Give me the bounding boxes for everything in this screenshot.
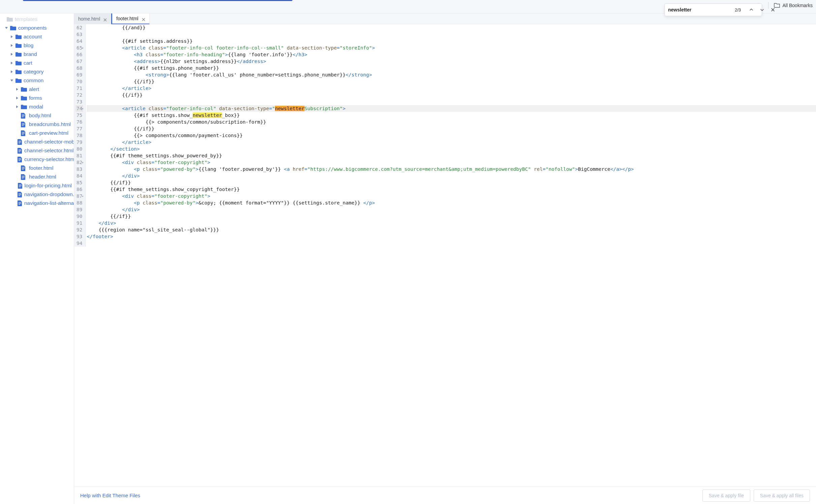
file-icon <box>18 200 22 206</box>
folder-icon <box>15 60 22 66</box>
code-line[interactable]: </div> <box>87 206 816 213</box>
code-line[interactable]: </article> <box>87 139 816 146</box>
find-next-button[interactable] <box>758 7 766 13</box>
tree-file[interactable]: channel-selector.html <box>0 146 74 155</box>
close-icon <box>771 7 775 12</box>
tree-file[interactable]: body.html <box>0 111 74 120</box>
find-close-button[interactable] <box>769 7 777 13</box>
tree-folder[interactable]: templates <box>0 15 74 24</box>
code-line[interactable]: {{/if}} <box>87 78 816 85</box>
tab-label: home.html <box>78 16 100 22</box>
svg-rect-21 <box>19 141 21 141</box>
svg-rect-40 <box>19 194 21 195</box>
code-line[interactable]: <article class="footer-info-col footer-i… <box>87 44 816 51</box>
code-line[interactable]: <address>{{nl2br settings.address}}</add… <box>87 58 816 65</box>
tree-item-label: account <box>24 34 42 40</box>
tree-folder[interactable]: account <box>0 32 74 41</box>
tree-folder[interactable]: modal <box>0 102 74 111</box>
tree-folder[interactable]: cart <box>0 59 74 67</box>
find-prev-button[interactable] <box>748 7 755 13</box>
help-link[interactable]: Help with Edit Theme Files <box>80 493 140 498</box>
svg-rect-22 <box>19 142 21 142</box>
code-line[interactable]: </article> <box>87 85 816 92</box>
code-line[interactable]: {{/if}} <box>87 125 816 132</box>
find-input[interactable] <box>668 7 731 12</box>
code-line[interactable] <box>87 240 816 247</box>
tree-folder[interactable]: blog <box>0 41 74 50</box>
all-bookmarks-button[interactable]: All Bookmarks <box>774 2 813 8</box>
tree-folder[interactable]: alert <box>0 85 74 94</box>
code-line[interactable]: </section> <box>87 146 816 152</box>
tree-file[interactable]: header.html <box>0 172 74 181</box>
code-line[interactable]: {{> components/common/payment-icons}} <box>87 132 816 139</box>
editor-tab[interactable]: home.html <box>74 13 111 24</box>
code-line[interactable]: {{#if settings.show_newsletter_box}} <box>87 112 816 119</box>
tree-item-label: currency-selector.html <box>24 156 74 162</box>
code-line[interactable]: {{#if theme_settings.show_copyright_foot… <box>87 186 816 193</box>
tree-file[interactable]: navigation-dropdown.html <box>0 190 74 199</box>
code-line[interactable]: {{#if theme_settings.show_powered_by}} <box>87 152 816 159</box>
code-line[interactable]: <div class="footer-copyright"> <box>87 193 816 199</box>
editor-tab[interactable]: footer.html <box>111 13 149 24</box>
code-line[interactable]: <div class="footer-copyright"> <box>87 159 816 166</box>
code-line[interactable]: {{#if settings.phone_number}} <box>87 65 816 71</box>
code-line[interactable]: {{/and}} <box>87 24 816 31</box>
tree-file[interactable]: channel-selector-mobile.html <box>0 137 74 146</box>
svg-rect-18 <box>22 132 25 132</box>
save-all-button[interactable]: Save & apply all files <box>754 490 810 502</box>
tree-folder[interactable]: components <box>0 24 74 32</box>
code-line[interactable]: {{> components/common/subscription-form}… <box>87 119 816 125</box>
tree-file[interactable]: footer.html <box>0 164 74 172</box>
svg-rect-16 <box>22 124 25 125</box>
code-line[interactable]: <strong>{{lang 'footer.call_us' phone_nu… <box>87 71 816 78</box>
close-icon <box>103 18 107 22</box>
code-line[interactable]: {{#if settings.address}} <box>87 38 816 44</box>
tree-item-label: navigation-list-alternate.html <box>24 200 74 206</box>
code-line[interactable]: {{/if}} <box>87 92 816 98</box>
tree-folder[interactable]: common <box>0 76 74 85</box>
tree-item-label: blog <box>24 42 33 49</box>
code-content[interactable]: {{/and}} {{#if settings.address}} <artic… <box>86 24 816 247</box>
svg-rect-17 <box>22 125 24 126</box>
tree-file[interactable]: login-for-pricing.html <box>0 181 74 190</box>
tree-file[interactable]: navigation-list-alternate.html <box>0 199 74 208</box>
folder-icon <box>15 52 22 57</box>
file-icon <box>21 130 27 136</box>
tab-close-button[interactable] <box>142 17 145 20</box>
svg-rect-31 <box>22 168 25 168</box>
tree-file[interactable]: cart-preview.html <box>0 129 74 137</box>
file-tree-sidebar[interactable]: templatescomponentsaccountblogbrandcartc… <box>0 13 74 504</box>
code-line[interactable]: {{/if}} <box>87 179 816 186</box>
code-line[interactable]: </div> <box>87 220 816 226</box>
caret-right-icon <box>15 96 19 100</box>
code-line[interactable] <box>87 98 816 105</box>
folder-icon <box>21 104 27 109</box>
tree-file[interactable]: currency-selector.html <box>0 155 74 164</box>
close-icon <box>142 18 145 21</box>
code-line[interactable]: <article class="footer-info-col" data-se… <box>87 105 816 112</box>
code-line[interactable]: {{/if}} <box>87 213 816 220</box>
save-file-button[interactable]: Save & apply file <box>702 490 750 502</box>
editor-scroll[interactable]: 6263646566676869707172737475767778798081… <box>74 24 816 486</box>
svg-rect-41 <box>19 195 20 196</box>
svg-marker-8 <box>10 80 13 82</box>
tree-file[interactable]: breadcrumbs.html <box>0 120 74 129</box>
tab-close-button[interactable] <box>103 17 107 21</box>
code-line[interactable]: <p class="powered-by">&copy; {{moment fo… <box>87 199 816 206</box>
code-line[interactable]: <h3 class="footer-info-heading">{{lang '… <box>87 51 816 58</box>
code-line[interactable]: </div> <box>87 172 816 179</box>
tree-item-label: channel-selector-mobile.html <box>24 139 74 145</box>
svg-marker-6 <box>11 62 13 64</box>
code-line[interactable]: {{{region name="ssl_site_seal--global"}}… <box>87 226 816 233</box>
svg-rect-33 <box>22 176 25 176</box>
tree-item-label: login-for-pricing.html <box>25 183 72 189</box>
find-bar: 2/3 <box>664 3 762 16</box>
code-line[interactable]: <p class="powered-by">{{lang 'footer.pow… <box>87 166 816 172</box>
folder-icon <box>10 25 16 31</box>
caret-down-icon <box>10 79 13 82</box>
tree-folder[interactable]: brand <box>0 50 74 59</box>
tree-folder[interactable]: forms <box>0 94 74 102</box>
code-line[interactable] <box>87 31 816 38</box>
tree-folder[interactable]: category <box>0 67 74 76</box>
code-line[interactable]: </footer> <box>87 233 816 240</box>
